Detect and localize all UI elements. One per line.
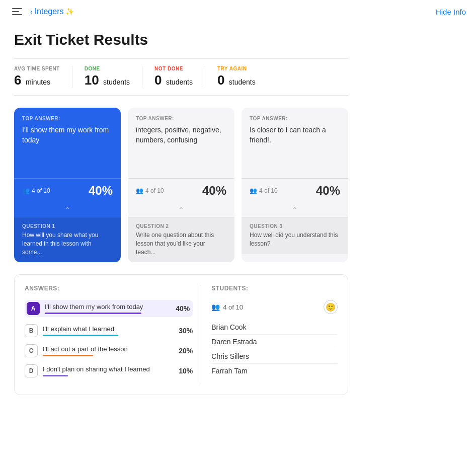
card-count-2: 👥 4 of 10 [136,187,164,194]
stat-not-done: NOT DONE 0 students [154,66,205,88]
card-answer-3: Is closer to I can teach a friend!. [250,125,340,145]
breadcrumb: ‹ Integers ✨ [30,7,74,16]
stat-avg-time: AVG TIME SPENT 6 minutes [14,66,72,88]
try-again-unit: students [229,78,256,86]
group-icon-2: 👥 [136,187,143,194]
answer-content-1: I'll explain what I learned [43,325,169,336]
answer-row-3[interactable]: D I don't plan on sharing what I learned… [25,364,193,377]
not-done-unit: students [166,78,193,86]
count-value-1: 4 of 10 [32,187,50,194]
card-top-2: TOP ANSWER: integers, positive, negative… [128,108,234,178]
answer-percent-0: 40% [171,304,190,313]
student-name-2: Chris Sillers [211,349,338,364]
students-panel-title: STUDENTS: [211,285,338,292]
main-content: Exit Ticket Results AVG TIME SPENT 6 min… [0,23,362,409]
answers-panel-title: ANSWERS: [25,285,193,292]
students-list: Brian CookDaren EstradaChris SillersFarr… [211,320,338,378]
question-text-3: How well did you understand this lesson? [250,231,340,248]
card-label-1: TOP ANSWER: [22,116,113,121]
students-count: 👥 4 of 10 [211,303,243,311]
hide-info-button[interactable]: Hide Info [436,8,466,16]
sidebar-toggle-button[interactable] [10,6,24,17]
student-name-3: Farrah Tam [211,364,338,378]
card-count-3: 👥 4 of 10 [250,187,278,194]
not-done-value: 0 [154,72,162,88]
question-card-1[interactable]: TOP ANSWER: I'll show them my work from … [14,108,121,262]
answer-letter-0: A [27,302,40,315]
question-label-1: QUESTION 1 [22,223,113,229]
not-done-label: NOT DONE [154,66,193,71]
avg-time-value: 6 [14,72,21,88]
answer-row-0[interactable]: A I'll show them my work from today 40% [25,300,193,317]
bottom-section: ANSWERS: A I'll show them my work from t… [14,274,348,395]
avg-time-unit: minutes [26,78,50,86]
top-bar-left: ‹ Integers ✨ [10,6,74,17]
try-again-value: 0 [217,72,224,88]
students-count-value: 4 of 10 [223,303,243,311]
count-value-2: 4 of 10 [145,187,164,194]
question-label-2: QUESTION 2 [136,223,226,229]
answers-list: A I'll show them my work from today 40% … [25,300,193,377]
card-stats-2: 👥 4 of 10 40% [128,178,234,203]
question-label-3: QUESTION 3 [250,223,340,229]
answer-letter-1: B [25,324,38,337]
answer-bar-2 [43,355,93,356]
stat-done: DONE 10 students [85,66,142,88]
sparkle-icon: ✨ [65,8,74,16]
answers-panel: ANSWERS: A I'll show them my work from t… [25,285,193,384]
top-bar: ‹ Integers ✨ Hide Info [0,0,476,23]
answer-text-0: I'll show them my work from today [45,303,166,311]
chevron-up-icon-3 [242,203,348,217]
stat-try-again: TRY AGAIN 0 students [217,66,268,88]
card-answer-2: integers, positive, negative, numbers, c… [136,125,226,145]
group-icon-1: 👥 [22,187,30,194]
chevron-up-icon-1 [14,203,121,217]
count-value-3: 4 of 10 [259,187,278,194]
sidebar-icon [12,8,22,15]
question-card-2[interactable]: TOP ANSWER: integers, positive, negative… [128,108,234,262]
card-label-3: TOP ANSWER: [250,116,340,121]
student-name-1: Daren Estrada [211,335,338,349]
done-value: 10 [85,72,99,88]
card-top-3: TOP ANSWER: Is closer to I can teach a f… [242,108,348,178]
avg-time-label: AVG TIME SPENT [14,66,60,71]
card-label-2: TOP ANSWER: [136,116,226,121]
students-group-icon: 👥 [211,303,220,311]
question-text-2: Write one question about this lesson tha… [136,231,226,256]
answer-content-0: I'll show them my work from today [45,303,166,314]
answer-letter-2: C [25,344,38,357]
question-text-1: How will you share what you learned in t… [22,231,113,256]
students-panel: STUDENTS: 👥 4 of 10 🙂 Brian CookDaren Es… [201,285,338,384]
answer-content-3: I don't plan on sharing what I learned [43,365,169,376]
card-percent-3: 40% [316,184,340,198]
student-name-0: Brian Cook [211,320,338,335]
card-percent-1: 40% [89,184,113,198]
answer-percent-1: 30% [174,327,193,335]
group-icon-3: 👥 [250,187,257,194]
answer-letter-3: D [25,364,38,377]
students-header-row: 👥 4 of 10 🙂 [211,300,338,314]
try-again-label: TRY AGAIN [217,66,256,71]
card-bottom-2: QUESTION 2 Write one question about this… [128,217,234,262]
done-label: DONE [85,66,130,71]
stats-row: AVG TIME SPENT 6 minutes DONE 10 student… [14,58,348,96]
answer-row-2[interactable]: C I'll act out a part of the lesson 20% [25,344,193,357]
answer-text-1: I'll explain what I learned [43,325,169,333]
card-answer-1: I'll show them my work from today [22,125,113,145]
smiley-button[interactable]: 🙂 [324,300,338,314]
answer-percent-2: 20% [174,347,193,355]
answer-content-2: I'll act out a part of the lesson [43,345,169,356]
breadcrumb-label[interactable]: Integers [35,7,64,16]
card-stats-3: 👥 4 of 10 40% [242,178,348,203]
answer-row-1[interactable]: B I'll explain what I learned 30% [25,324,193,337]
card-bottom-3: QUESTION 3 How well did you understand t… [242,217,348,254]
card-count-1: 👥 4 of 10 [22,187,50,194]
answer-bar-3 [43,375,68,376]
answer-bar-1 [43,335,118,336]
card-top-1: TOP ANSWER: I'll show them my work from … [14,108,121,178]
card-percent-2: 40% [202,184,226,198]
chevron-up-icon-2 [128,203,234,217]
back-chevron-icon: ‹ [30,8,33,16]
answer-text-3: I don't plan on sharing what I learned [43,365,169,373]
question-card-3[interactable]: TOP ANSWER: Is closer to I can teach a f… [242,108,348,262]
